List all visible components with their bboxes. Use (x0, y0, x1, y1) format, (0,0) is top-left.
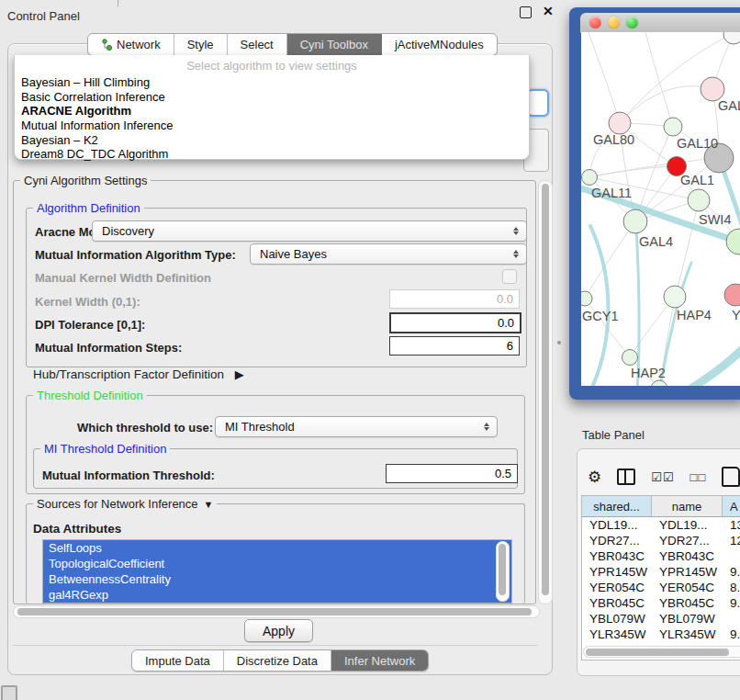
expand-right-icon[interactable]: ▶ (235, 367, 244, 381)
table-row[interactable]: YER054C YER054C 8. (582, 580, 740, 595)
window-minimize-icon[interactable] (608, 17, 620, 28)
cell-value: 12 (723, 533, 740, 548)
algorithm-option[interactable]: Bayesian – Hill Climbing (15, 75, 529, 90)
dpi-tolerance-label: DPI Tolerance [0,1]: (35, 318, 145, 332)
cell-name: YBR045C (652, 595, 723, 611)
table-row[interactable]: YDL19... YDL19... 13 (582, 517, 740, 533)
node[interactable] (726, 229, 740, 254)
tab-jactivemnodules[interactable]: jActiveMNodules (382, 34, 497, 55)
cell-shared-name: YPR145W (582, 564, 652, 580)
column-header-shared-name[interactable]: shared... (582, 496, 652, 516)
list-item[interactable]: SelfLoops (43, 540, 511, 556)
float-panel-icon[interactable] (520, 6, 532, 18)
apply-button[interactable]: Apply (244, 619, 313, 642)
column-header-name[interactable]: name (652, 496, 723, 516)
algorithm-dropdown-list: Select algorithm to view settings Bayesi… (14, 55, 530, 160)
settings-vscrollbar[interactable] (538, 180, 553, 604)
tab-impute-data[interactable]: Impute Data (132, 650, 224, 671)
settings-hscrollbar-thumb[interactable] (17, 608, 532, 615)
mi-type-label: Mutual Information Algorithm Type: (35, 248, 236, 262)
algorithm-option[interactable]: Basic Correlation Inference (15, 90, 529, 105)
node[interactable] (651, 380, 667, 386)
expand-down-icon[interactable]: ▼ (204, 499, 214, 510)
data-attributes-list[interactable]: SelfLoops TopologicalCoefficient Between… (42, 539, 512, 604)
node-label: GAL4 (639, 234, 673, 249)
mi-threshold-group-title: MI Threshold Definition (40, 442, 170, 456)
cell-name: YBR043C (652, 548, 723, 564)
node-label: GAL11 (591, 186, 632, 200)
table-hscrollbar[interactable] (583, 646, 740, 658)
tab-network[interactable]: Network (88, 34, 174, 55)
node-hap4[interactable] (664, 286, 686, 308)
tab-style[interactable]: Style (174, 34, 228, 55)
which-threshold-combo[interactable]: MI Threshold (215, 416, 498, 437)
columns-icon[interactable] (617, 469, 635, 485)
algorithm-option[interactable]: Bayesian – K2 (15, 133, 529, 148)
tab-discretize-data[interactable]: Discretize Data (224, 650, 331, 671)
node-salmon[interactable] (724, 284, 740, 306)
tab-infer-network[interactable]: Infer Network (331, 650, 428, 671)
mi-steps-input[interactable]: 6 (389, 336, 520, 356)
deselect-all-icon[interactable]: □□ (690, 470, 707, 484)
tab-cyni-toolbox[interactable]: Cyni Toolbox (287, 34, 382, 55)
cell-shared-name: YER054C (582, 580, 652, 595)
table-row[interactable]: YLR345W YLR345W 9. (582, 627, 740, 642)
algorithm-option[interactable]: Mutual Information Inference (15, 119, 529, 133)
sources-title-text: Sources for Network Inference (37, 497, 198, 511)
node-label: GAL10 (677, 136, 718, 151)
node[interactable] (723, 32, 740, 44)
cell-name: YDR27... (652, 533, 723, 548)
manual-kernel-label: Manual Kernel Width Definition (35, 271, 211, 285)
window-zoom-icon[interactable] (626, 17, 638, 28)
node-gal4[interactable] (623, 209, 647, 233)
kernel-width-input[interactable]: 0.0 (389, 289, 520, 309)
network-window-titlebar[interactable] (580, 13, 740, 33)
aracne-mode-combo[interactable]: Discovery (92, 220, 527, 242)
list-scrollbar[interactable] (496, 541, 510, 602)
window-close-icon[interactable] (589, 17, 601, 28)
manual-kernel-checkbox[interactable] (502, 269, 517, 284)
list-item[interactable]: gal4RGexp (43, 587, 511, 603)
table-row[interactable]: YBL079W YBL079W (582, 611, 740, 627)
node-gcy1[interactable] (581, 291, 592, 306)
dpi-tolerance-input[interactable]: 0.0 (389, 312, 521, 333)
table-row[interactable]: YBR045C YBR045C 9. (582, 595, 740, 611)
mi-type-combo[interactable]: Naive Bayes (250, 243, 527, 265)
hub-section[interactable]: Hub/Transcription Factor Definition ▶ (33, 367, 244, 381)
which-threshold-value: MI Threshold (225, 420, 480, 434)
table-row[interactable]: YPR145W YPR145W 9. (582, 564, 740, 580)
tab-discretize-data-label: Discretize Data (237, 654, 318, 668)
network-canvas[interactable]: GAL GAL80 GAL10 GAL1 GAL11 SWI4 GAL4 GCY… (581, 32, 740, 386)
list-scrollbar-thumb[interactable] (499, 544, 506, 595)
new-table-icon[interactable] (722, 467, 740, 487)
splitter-handle[interactable] (557, 341, 561, 344)
collapsed-panel-icon[interactable] (1, 685, 17, 700)
select-all-icon[interactable]: ☑☑ (651, 470, 674, 484)
cell-value (723, 611, 740, 627)
cell-value: 9. (723, 595, 740, 611)
table-hscrollbar-thumb[interactable] (586, 649, 729, 656)
network-icon (101, 39, 113, 51)
column-header-partial[interactable]: A (723, 496, 740, 516)
tab-select-label: Select (241, 38, 274, 51)
node-gal10[interactable] (664, 118, 682, 136)
inference-combo-fragment[interactable] (527, 89, 549, 117)
node-label: HAP4 (677, 308, 712, 322)
list-item[interactable]: TopologicalCoefficient (43, 556, 511, 571)
settings-hscrollbar[interactable] (13, 605, 540, 618)
table-panel-title: Table Panel (582, 428, 645, 442)
node-gal11[interactable] (582, 170, 598, 186)
node-hap2[interactable] (622, 350, 638, 366)
mi-threshold-input[interactable]: 0.5 (386, 464, 518, 483)
gear-icon[interactable]: ⚙ (588, 468, 601, 487)
node-gal1[interactable] (688, 189, 710, 211)
close-panel-icon[interactable]: ✕ (543, 6, 554, 17)
algorithm-option[interactable]: Dream8 DC_TDC Algorithm (15, 147, 529, 162)
list-item[interactable]: BetweennessCentrality (43, 571, 511, 587)
algorithm-option-selected[interactable]: ARACNE Algorithm (15, 104, 529, 119)
node-gal80[interactable] (609, 112, 631, 134)
settings-vscrollbar-thumb[interactable] (542, 184, 549, 595)
table-row[interactable]: YDR27... YDR27... 12 (582, 533, 740, 548)
table-row[interactable]: YBR043C YBR043C (582, 548, 740, 564)
tab-select[interactable]: Select (228, 34, 287, 55)
